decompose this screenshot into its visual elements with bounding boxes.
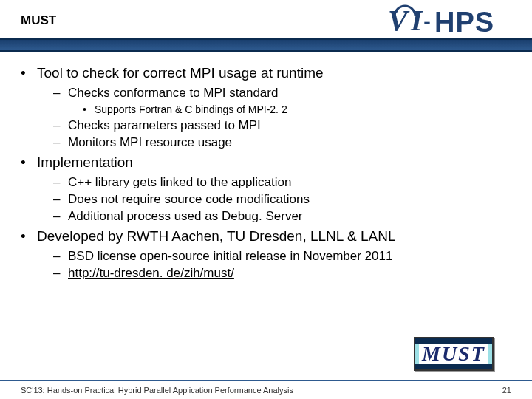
bullet-l1: •Developed by RWTH Aachen, TU Dresden, L… xyxy=(21,228,511,281)
bullet-text: Supports Fortran & C bindings of MPI-2. … xyxy=(95,103,287,115)
slide-title: MUST xyxy=(21,13,56,28)
bullet-l1: •Implementation –C++ library gets linked… xyxy=(21,154,511,224)
bullet-l2: –Does not require source code modificati… xyxy=(53,192,511,207)
bullet-text: BSD license open-source initial release … xyxy=(68,249,392,263)
must-logo: MUST xyxy=(414,337,494,371)
bullet-l2: –Monitors MPI resource usage xyxy=(53,135,511,150)
must-link[interactable]: http://tu-dresden. de/zih/must/ xyxy=(68,266,234,280)
bullet-text: Tool to check for correct MPI usage at r… xyxy=(37,65,324,81)
page-number: 21 xyxy=(502,386,511,395)
bullet-l2: –C++ library gets linked to the applicat… xyxy=(53,175,511,190)
bullet-l2: –Additional process used as Debug. Serve… xyxy=(53,209,511,224)
bullet-text: Implementation xyxy=(37,154,133,170)
must-logo-text: MUST xyxy=(419,342,488,366)
bullet-text: Does not require source code modificatio… xyxy=(68,192,310,206)
bullet-text: Checks conformance to MPI standard xyxy=(68,86,278,100)
bullet-l2: –Checks conformance to MPI standard •Sup… xyxy=(53,86,511,115)
bullet-l3: •Supports Fortran & C bindings of MPI-2.… xyxy=(83,103,511,115)
bullet-l1: •Tool to check for correct MPI usage at … xyxy=(21,65,511,150)
bullet-text: C++ library gets linked to the applicati… xyxy=(68,175,291,189)
svg-text:-: - xyxy=(423,9,431,33)
footer-text: SC'13: Hands-on Practical Hybrid Paralle… xyxy=(21,386,293,395)
slide-footer: SC'13: Hands-on Practical Hybrid Paralle… xyxy=(0,380,532,399)
bullet-text: Additional process used as Debug. Server xyxy=(68,209,303,223)
bullet-l2: –Checks parameters passed to MPI xyxy=(53,118,511,133)
svg-text:HPS: HPS xyxy=(434,7,494,38)
header-divider-bar xyxy=(0,38,532,52)
bullet-l2: –http://tu-dresden. de/zih/must/ xyxy=(53,266,511,281)
slide-body: •Tool to check for correct MPI usage at … xyxy=(0,47,532,281)
slide-header: MUST V I - HPS xyxy=(0,0,532,47)
bullet-l2: –BSD license open-source initial release… xyxy=(53,249,511,264)
bullet-text: Checks parameters passed to MPI xyxy=(68,118,261,132)
bullet-text: Monitors MPI resource usage xyxy=(68,135,232,149)
bullet-text: Developed by RWTH Aachen, TU Dresden, LL… xyxy=(37,228,395,244)
vihps-logo: V I - HPS xyxy=(347,1,525,40)
